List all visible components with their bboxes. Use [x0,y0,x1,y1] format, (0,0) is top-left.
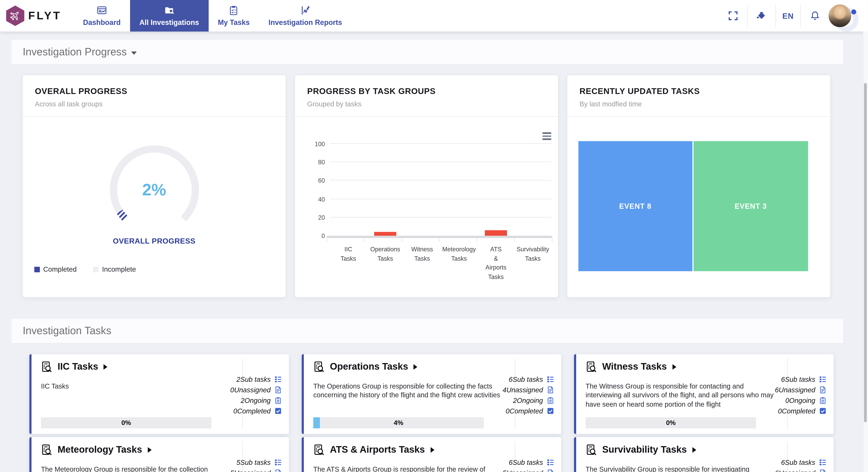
task-cards-grid: IIC Tasks IIC Tasks 0% 2Sub tasks0Unassi… [29,354,868,472]
task-stat-value: 0 [230,386,234,394]
task-progress-label: 4% [313,417,484,429]
ongoing-icon [547,397,554,404]
unassigned-icon [547,469,554,472]
task-stat-value: 2 [513,397,517,404]
task-card-title: ATS & Airports Tasks [330,444,425,455]
logo-text: FLYT [28,9,62,22]
task-card[interactable]: Operations Tasks The Operations Group is… [302,354,561,434]
expand-caret-icon[interactable] [692,447,696,453]
task-stat-label: Sub tasks [513,375,543,383]
task-stat-row: 6Sub tasks [515,374,561,385]
task-stat-row: 2Ongoing [243,395,289,406]
task-card[interactable]: ATS & Airports Tasks The ATS & Airports … [302,437,561,472]
app-logo[interactable]: FLYT [0,6,67,26]
task-stat-row: 6Sub tasks [787,374,834,385]
task-stat-row: 6Sub tasks [787,457,834,468]
completed-icon [819,407,826,414]
task-stat-row: 0Ongoing [787,395,834,406]
task-stats: 6Sub tasks6Unassigned [787,457,834,472]
task-stats: 6Sub tasks4Unassigned2Ongoing0Completed [515,374,561,416]
legend-swatch [93,267,99,272]
task-stat-label: Sub tasks [785,375,815,383]
treemap-block-label: EVENT 8 [619,202,651,210]
chevron-down-icon[interactable] [131,51,137,55]
task-stat-text: 0Ongoing [785,397,815,404]
nav-item-dashboard[interactable]: Dashboard [74,0,130,31]
y-axis-tick-label: 20 [318,214,325,221]
task-stat-value: 0 [506,407,509,415]
ongoing-icon [275,397,282,404]
task-stat-value: 5 [237,459,240,466]
task-stats: 2Sub tasks0Unassigned2Ongoing0Completed [243,374,289,416]
x-axis-category-label: OperationsTasks [367,245,404,281]
expand-caret-icon[interactable] [673,364,676,370]
task-stat-text: 6Sub tasks [509,375,543,383]
bar-slot [367,144,404,236]
language-selector[interactable]: EN [782,11,794,20]
task-card[interactable]: IIC Tasks IIC Tasks 0% 2Sub tasks0Unassi… [29,354,289,434]
task-card[interactable]: Meteorology Tasks The Meteorology Group … [29,437,289,472]
task-card-title-row: IIC Tasks [31,354,289,373]
nav-item-all-investigations[interactable]: All Investigations [130,0,209,31]
investigation-tasks-header: Investigation Tasks [11,319,843,344]
task-card-title-row: Survivability Tasks [576,437,834,456]
task-progress-bar: 0% [41,417,212,429]
task-card-description: The Operations Group is responsible for … [313,382,501,400]
expand-caret-icon[interactable] [148,447,151,453]
nav-item-investigation-reports[interactable]: Investigation Reports [259,0,351,31]
task-progress-bar: 4% [313,417,484,429]
nav-item-my-tasks[interactable]: My Tasks [208,0,259,31]
user-avatar-area [829,4,851,27]
progress-cards-row: OVERALL PROGRESS Across all task groups … [23,75,868,297]
task-stat-value: 5 [230,469,234,472]
user-avatar[interactable] [829,4,851,27]
task-stat-value: 6 [509,459,513,466]
scrollbar-thumb[interactable] [864,83,867,422]
notifications-bell-icon[interactable] [807,8,822,23]
task-stat-row: 6Sub tasks [515,457,561,468]
task-stat-text: 5Unassigned [502,469,543,472]
task-progress-label: 0% [41,417,212,429]
expand-caret-icon[interactable] [104,364,107,370]
task-stat-text: 6Sub tasks [781,459,815,466]
task-progress-bar: 0% [586,417,756,429]
task-stat-text: 2Ongoing [513,397,543,404]
app: FLYT Dashboard [0,0,868,472]
task-card[interactable]: Survivability Tasks The Survivability Gr… [574,437,834,472]
vertical-scrollbar[interactable] [863,31,868,472]
section-title: Investigation Progress [23,46,127,58]
theme-paint-icon[interactable] [754,8,768,23]
unassigned-icon [819,386,826,394]
notification-dot [851,9,856,14]
bar-slot [515,144,551,236]
legend-item[interactable]: Incomplete [93,266,136,274]
task-stat-value: 0 [234,407,237,415]
gridline [330,144,551,144]
expand-caret-icon[interactable] [414,364,417,370]
chart-menu-icon[interactable] [542,132,551,141]
x-axis-category-label: IICTasks [330,245,367,281]
task-card[interactable]: Witness Tasks The Witness Group is respo… [574,354,834,434]
recently-updated-tasks-card: RECENTLY UPDATED TASKS By last modfied t… [567,75,830,297]
treemap-block[interactable]: EVENT 8 [579,141,692,271]
gridline [330,180,551,181]
x-axis-category-label: MeteorologyTasks [441,245,477,281]
treemap-block[interactable]: EVENT 3 [693,141,808,271]
unassigned-icon [819,469,826,472]
task-card-title: Meteorology Tasks [58,444,142,455]
task-card-description: The Meteorology Group is responsible for… [41,465,229,472]
expand-caret-icon[interactable] [430,447,434,453]
task-stat-value: 6 [775,469,779,472]
task-stat-label: Completed [237,407,271,415]
progress-by-task-groups-card: PROGRESS BY TASK GROUPS Grouped by tasks… [295,75,558,297]
gauge-legend: CompletedIncomplete [34,266,136,274]
subtasks-icon [547,459,554,466]
task-stat-row: 0Completed [787,406,834,416]
task-card-title-row: Witness Tasks [576,354,834,373]
task-stat-text: 5Sub tasks [237,459,271,466]
card-title: OVERALL PROGRESS [35,87,286,96]
bar-slot [477,144,514,236]
legend-item[interactable]: Completed [34,266,76,274]
fullscreen-icon[interactable] [726,8,740,23]
task-stats: 6Sub tasks6Unassigned0Ongoing0Completed [787,374,834,416]
